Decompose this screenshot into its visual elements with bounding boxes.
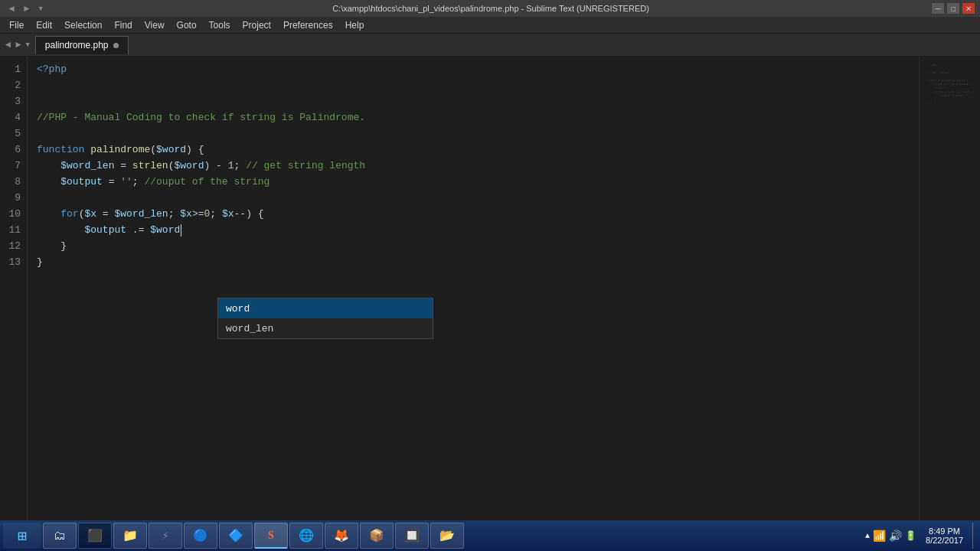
minimap: <?php //PHP - Manual... function palindr…: [919, 57, 980, 533]
code-line-13: }: [37, 254, 919, 270]
menu-find[interactable]: Find: [108, 18, 138, 32]
line-numbers: 1 2 3 4 5 6 7 8 9 10 11 12 13: [0, 57, 28, 533]
code-line-8: $output = ''; //ouput of the string: [37, 174, 919, 190]
maximize-button[interactable]: □: [946, 2, 960, 15]
menu-view[interactable]: View: [139, 18, 171, 32]
code-line-9: [37, 190, 919, 206]
code-line-5: [37, 126, 919, 142]
taskbar: ⊞ 🗂 ⬛ 📁 ⚡ 🔵 🔷 S 🌐 🦊 📦 🔲 📂 ▲ 📶 🔊 🔋 8:49 P…: [0, 520, 980, 551]
menu-selection[interactable]: Selection: [58, 18, 108, 32]
taskbar-explorer[interactable]: 🗂: [43, 523, 77, 549]
taskbar-app9[interactable]: 📦: [360, 523, 394, 549]
code-line-12: }: [37, 238, 919, 254]
taskbar-tray: ▲ 📶 🔊 🔋 8:49 PM 8/22/2017: [865, 523, 977, 549]
tab-palindrome[interactable]: palindrome.php: [35, 36, 129, 54]
nav-prev[interactable]: ◄: [3, 40, 13, 51]
autocomplete-dropdown[interactable]: word word_len: [217, 298, 433, 339]
nav-next[interactable]: ►: [13, 40, 23, 51]
menu-goto[interactable]: Goto: [171, 18, 203, 32]
taskbar-powershell[interactable]: ⚡: [149, 523, 182, 549]
tab-nav: ◄ ► ▼: [0, 34, 35, 57]
code-line-1: <?php: [37, 61, 919, 77]
taskbar-chrome[interactable]: 🌐: [289, 523, 323, 549]
code-line-4: //PHP - Manual Coding to check if string…: [37, 109, 919, 126]
title-nav-left[interactable]: ◄: [5, 3, 18, 14]
menu-help[interactable]: Help: [339, 18, 371, 32]
taskbar-app10[interactable]: 🔲: [395, 523, 429, 549]
code-line-3: [37, 93, 919, 109]
menu-project[interactable]: Project: [237, 18, 277, 32]
taskbar-sublime[interactable]: S: [254, 523, 288, 549]
minimize-button[interactable]: ─: [931, 2, 945, 15]
tab-label: palindrome.php: [45, 40, 109, 51]
taskbar-app11[interactable]: 📂: [430, 523, 464, 549]
start-button[interactable]: ⊞: [3, 523, 41, 549]
tray-expand[interactable]: ▲: [865, 532, 870, 540]
code-line-2: [37, 77, 919, 93]
menu-preferences[interactable]: Preferences: [277, 18, 339, 32]
menu-tools[interactable]: Tools: [203, 18, 237, 32]
taskbar-vs[interactable]: 🔷: [219, 523, 253, 549]
editor-area: 1 2 3 4 5 6 7 8 9 10 11 12 13 <?php //PH…: [0, 57, 980, 533]
window-title: C:\xampp\htdocs\chani_pl_videos\palindro…: [51, 4, 931, 13]
taskbar-app5[interactable]: 🔵: [184, 523, 217, 549]
close-button[interactable]: ✕: [962, 2, 975, 15]
autocomplete-item-word-len[interactable]: word_len: [218, 318, 433, 338]
tray-show-desktop[interactable]: [972, 523, 977, 549]
code-line-6: function palindrome($word) {: [37, 142, 919, 158]
code-editor[interactable]: <?php //PHP - Manual Coding to check if …: [28, 57, 919, 533]
code-line-7: $word_len = strlen($word) - 1; // get st…: [37, 158, 919, 174]
tab-modified-dot: [113, 43, 119, 48]
title-nav-right[interactable]: ►: [20, 3, 34, 14]
taskbar-clock[interactable]: 8:49 PM 8/22/2017: [920, 527, 969, 545]
taskbar-folder[interactable]: 📁: [113, 523, 147, 549]
taskbar-firefox[interactable]: 🦊: [325, 523, 358, 549]
tray-battery: 🔋: [905, 530, 916, 542]
menu-bar: File Edit Selection Find View Goto Tools…: [0, 17, 980, 34]
tray-network: 📶: [873, 530, 886, 543]
menu-file[interactable]: File: [3, 18, 30, 32]
title-nav-down[interactable]: ▼: [35, 5, 47, 14]
title-bar: ◄ ► ▼ C:\xampp\htdocs\chani_pl_videos\pa…: [0, 0, 980, 17]
window-controls: ─ □ ✕: [931, 2, 975, 15]
tray-volume[interactable]: 🔊: [889, 530, 902, 543]
taskbar-cmd[interactable]: ⬛: [78, 523, 112, 549]
code-line-10: for($x = $word_len; $x>=0; $x--) {: [37, 206, 919, 222]
code-line-11: $output .= $word: [37, 222, 919, 238]
nav-dropdown[interactable]: ▼: [23, 41, 31, 49]
menu-edit[interactable]: Edit: [30, 18, 58, 32]
autocomplete-item-word[interactable]: word: [218, 298, 433, 318]
